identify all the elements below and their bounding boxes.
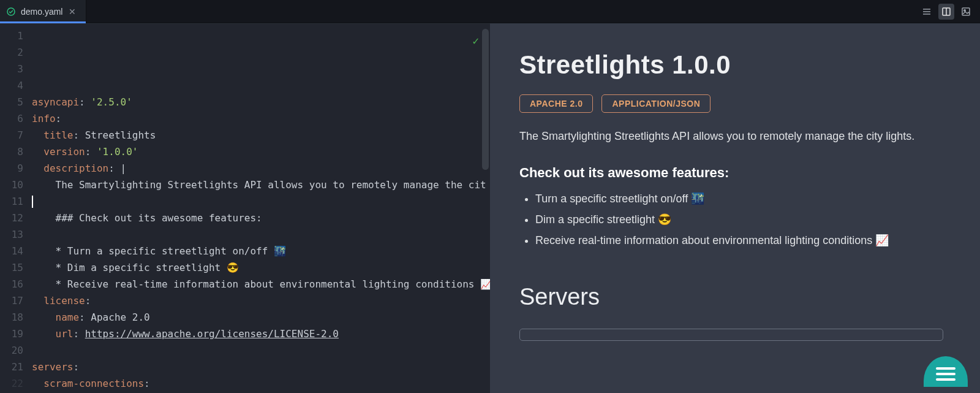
line-number: 14 [0, 243, 32, 259]
line-number: 7 [0, 127, 32, 143]
code-line[interactable]: * Turn a specific streetlight on/off 🌃 [32, 243, 490, 259]
code-line[interactable]: scram-connections: [32, 375, 490, 392]
code-line[interactable]: 💡 The Smartylighting Streetlights API al… [32, 177, 490, 193]
tab-toolbar [919, 0, 980, 23]
preview-pane: Streetlights 1.0.0 APACHE 2.0 APPLICATIO… [490, 23, 980, 393]
code-line[interactable] [32, 193, 490, 210]
content-type-badge[interactable]: APPLICATION/JSON [601, 94, 710, 113]
code-line[interactable] [32, 342, 490, 359]
line-number: 15 [0, 259, 32, 276]
list-item: Turn a specific streetlight on/off 🌃 [535, 192, 943, 205]
line-number: 2 [0, 44, 32, 61]
tab-bar: demo.yaml ✕ [0, 0, 980, 23]
server-panel[interactable] [519, 329, 943, 341]
line-number: 21 [0, 359, 32, 375]
badge-row: APACHE 2.0 APPLICATION/JSON [519, 94, 943, 113]
features-list: Turn a specific streetlight on/off 🌃 Dim… [519, 192, 943, 247]
code-line[interactable]: asyncapi: '2.5.0' [32, 94, 490, 110]
line-number: 17 [0, 292, 32, 309]
line-number: 20 [0, 342, 32, 359]
code-line[interactable]: servers: [32, 359, 490, 375]
code-line[interactable]: info: [32, 110, 490, 127]
code-line[interactable]: name: Apache 2.0 [32, 309, 490, 326]
api-title: Streetlights 1.0.0 [519, 50, 943, 80]
line-number: 1 [0, 28, 32, 44]
text-cursor [32, 196, 33, 208]
code-editor[interactable]: 12345678910111213141516171819202122 ✓ as… [0, 23, 490, 393]
list-item: Receive real-time information about envi… [535, 234, 943, 247]
menu-fab[interactable] [924, 356, 968, 387]
line-number: 4 [0, 77, 32, 94]
tab-filename: demo.yaml [21, 7, 62, 17]
list-view-icon[interactable] [919, 4, 935, 20]
code-line[interactable]: title: Streetlights [32, 127, 490, 143]
code-line[interactable] [32, 226, 490, 243]
license-badge[interactable]: APACHE 2.0 [519, 94, 593, 113]
yaml-file-icon [6, 7, 16, 17]
line-number: 5 [0, 94, 32, 110]
list-item: Dim a specific streetlight 😎 [535, 213, 943, 226]
svg-point-7 [964, 9, 966, 11]
tab-close-icon[interactable]: ✕ [67, 6, 77, 18]
line-number: 8 [0, 143, 32, 160]
features-heading: Check out its awesome features: [519, 165, 943, 181]
validation-ok-icon: ✓ [472, 32, 479, 49]
line-number: 13 [0, 226, 32, 243]
line-number: 6 [0, 110, 32, 127]
code-line[interactable]: ### Check out its awesome features: [32, 210, 490, 226]
api-description: The Smartylighting Streetlights API allo… [519, 130, 943, 143]
line-number: 22 [0, 375, 32, 392]
line-number: 3 [0, 61, 32, 77]
image-preview-icon[interactable] [958, 4, 974, 20]
line-number: 10 [0, 177, 32, 193]
line-number: 18 [0, 309, 32, 326]
split-preview-icon[interactable] [938, 4, 954, 20]
code-line[interactable]: * Receive real-time information about en… [32, 276, 490, 292]
line-number: 16 [0, 276, 32, 292]
hamburger-icon [936, 367, 956, 370]
line-number: 19 [0, 326, 32, 342]
code-line[interactable]: license: [32, 292, 490, 309]
line-number-gutter: 12345678910111213141516171819202122 [0, 24, 32, 393]
line-number: 12 [0, 210, 32, 226]
servers-heading: Servers [519, 284, 943, 310]
code-content[interactable]: ✓ asyncapi: '2.5.0'info: title: Streetli… [32, 24, 490, 393]
code-line[interactable]: description: | [32, 160, 490, 177]
tab-demo-yaml[interactable]: demo.yaml ✕ [0, 0, 86, 23]
code-line[interactable]: * Dim a specific streetlight 😎 [32, 259, 490, 276]
line-number: 9 [0, 160, 32, 177]
line-number: 11 [0, 193, 32, 210]
code-line[interactable]: version: '1.0.0' [32, 143, 490, 160]
code-line[interactable]: url: https://www.apache.org/licenses/LIC… [32, 326, 490, 342]
